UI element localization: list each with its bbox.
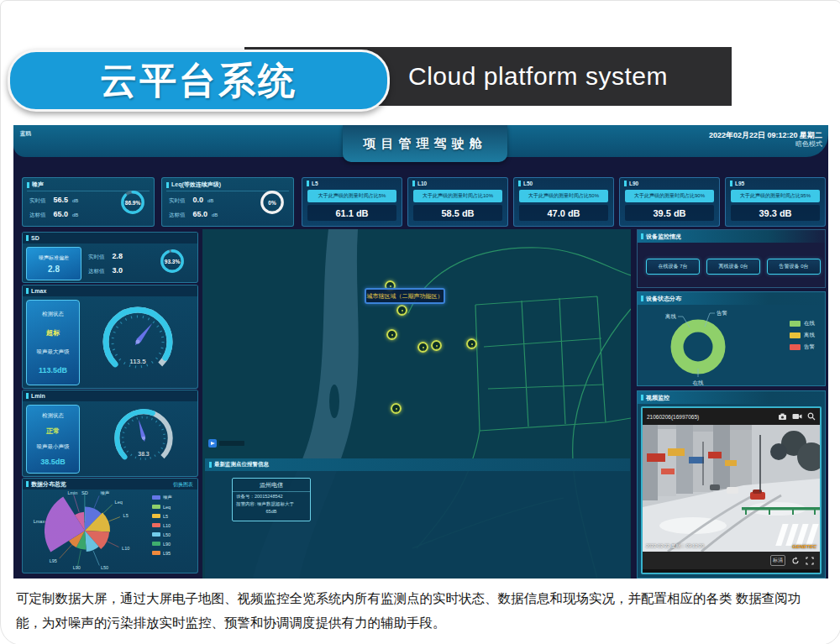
donut-label-alarm: 告警: [717, 310, 728, 317]
alarm-card: 温州电信 设备号：20015248542 报警内容: 噪声数据超标大于 65dB: [232, 478, 311, 521]
lx-value: 47.0 dB: [519, 205, 608, 221]
rose-legend: 噪声 Leq L5 L10 L50 L90 L95: [152, 493, 192, 558]
lmax-gauge-value: 113.5: [129, 358, 146, 365]
leq-progress-ring: 0%: [259, 189, 286, 216]
panel-tick-icon: [166, 182, 169, 188]
video-panel-title: 视频监控: [646, 394, 669, 402]
map-marker[interactable]: [386, 329, 397, 340]
fullscreen-icon[interactable]: [806, 557, 814, 565]
dark-mode-toggle[interactable]: 暗色模式: [709, 140, 822, 149]
noise-panel: 噪声 实时值56.5dB 达标值65.0dB 86.9%: [22, 177, 155, 227]
online-devices-button[interactable]: 在线设备 7台: [646, 259, 700, 275]
record-icon[interactable]: [792, 413, 802, 420]
video-player[interactable]: 21060206(16997065): [641, 406, 822, 574]
alarm-text: 噪声数据超标大于: [257, 501, 294, 506]
legend-swatch: [152, 514, 160, 518]
lmin-title: Lmin: [31, 393, 45, 399]
legend-item: L10: [152, 521, 192, 530]
camera-id: 21060206(16997065): [647, 414, 774, 420]
svg-text:Leq: Leq: [115, 500, 123, 505]
map-marker[interactable]: [417, 342, 428, 353]
svg-text:L5: L5: [123, 513, 129, 518]
legend-item: L95: [152, 548, 192, 558]
header-title-cn: 云平台系统: [100, 56, 297, 106]
leq-panel: Leq(等效连续声级) 实时值0.0dB 达标值65.0dB 0%: [161, 177, 294, 227]
legend-swatch: [790, 321, 801, 327]
map-marker[interactable]: [391, 403, 402, 414]
lx-desc: 大于此声级的测量时间占比50%: [519, 190, 608, 202]
distribution-title: 数据分布总览: [31, 480, 66, 489]
lx-desc: 大于此声级的测量时间占比95%: [731, 190, 820, 202]
caption: 可定制数据大屏，通过大屏电子地图、视频监控全览系统内所有监测点的实时状态、数据信…: [16, 587, 826, 635]
sd-box-value: 2.8: [48, 264, 60, 274]
quality-button[interactable]: 标清: [770, 555, 785, 566]
header-title-en: Cloud platform system: [408, 62, 668, 91]
svg-text:L95: L95: [50, 558, 57, 563]
lx-value: 58.5 dB: [413, 205, 502, 221]
legend-swatch: [152, 495, 160, 500]
donut-label-offline: 离线: [664, 313, 677, 319]
dashboard: 蓝鸥 项目管理驾驶舱 2022年02月22日 09:12:20 星期二 暗色模式…: [13, 125, 828, 579]
noise-percent: 86.9%: [119, 189, 146, 216]
dashboard-title: 项目管理驾驶舱: [364, 136, 487, 152]
l50-panel: L50 大于此声级的测量时间占比50% 47.0 dB: [513, 177, 614, 227]
lmin-value: 38.5dB: [40, 458, 66, 466]
panel-tick-icon: [518, 181, 521, 186]
rose-chart: 噪声LeqL5L10L50L90L95LmaxLminSD: [24, 490, 152, 572]
panel-tick-icon: [641, 233, 643, 239]
legend-swatch: [152, 505, 160, 509]
video-timestamp: 2022-02-22 星期二 09:12:20: [646, 543, 704, 549]
lmax-panel: Lmax 检测状态 超标 噪声最大声级 113.5dB 113.5: [22, 285, 198, 389]
sd-box-label: 噪声标准偏差: [39, 254, 69, 262]
lx-label: L95: [735, 181, 744, 186]
panel-tick-icon: [209, 462, 212, 468]
lmax-info-box: 检测状态 超标 噪声最大声级 113.5dB: [26, 300, 80, 385]
map-marker[interactable]: [396, 305, 407, 316]
noise-progress-ring: 86.9%: [119, 189, 146, 216]
svg-text:L90: L90: [73, 565, 81, 570]
map-badge-icon: [208, 439, 217, 448]
zoom-icon[interactable]: [807, 412, 816, 421]
svg-text:L50: L50: [101, 565, 108, 570]
lx-label: L5: [312, 181, 318, 186]
l95-panel: L95 大于此声级的测量时间占比95% 39.3 dB: [725, 177, 826, 227]
legend-swatch: [790, 344, 801, 350]
svg-text:噪声: 噪声: [101, 490, 111, 495]
lx-value: 39.5 dB: [625, 205, 714, 221]
datetime-text: 2022年02月22日 09:12:20 星期二: [709, 130, 822, 140]
leq-percent: 0%: [259, 189, 286, 216]
l10-panel: L10 大于此声级的测量时间占比10% 58.5 dB: [407, 177, 508, 227]
street-scene: [643, 425, 820, 552]
snapshot-icon[interactable]: [778, 413, 787, 421]
leq-panel-title: Leq(等效连续声级): [171, 181, 221, 189]
alarm-value: 65dB: [233, 507, 310, 514]
video-watermark: GENETEC: [792, 544, 816, 549]
refresh-icon[interactable]: [791, 557, 800, 565]
panel-tick-icon: [641, 296, 643, 301]
lmin-info-box: 检测状态 正常 噪声最小声级 38.5dB: [26, 405, 80, 474]
map-marker[interactable]: [466, 338, 477, 349]
alarm-devices-button[interactable]: 告警设备 0台: [767, 259, 821, 275]
lx-desc: 大于此声级的测量时间占比5%: [307, 190, 396, 202]
legend-swatch: [152, 542, 160, 546]
rt-unit: dB: [72, 198, 78, 203]
legend-item: 在线: [790, 317, 815, 329]
map-marker[interactable]: [431, 340, 442, 351]
map-tooltip: 城市辖区域（二期声功能区）: [365, 288, 445, 304]
sd-progress-ring: 93.3%: [159, 248, 186, 275]
rt-value: 56.5: [54, 196, 69, 204]
dashboard-logo: 蓝鸥: [20, 130, 31, 138]
device-panel-title: 设备监控情况: [646, 233, 681, 241]
sd-percent: 93.3%: [159, 248, 186, 275]
page: Cloud platform system 云平台系统 蓝鸥 项目管理驾驶舱 2…: [0, 0, 840, 644]
offline-devices-button[interactable]: 离线设备 0台: [706, 259, 760, 275]
legend-item: L50: [152, 530, 192, 539]
device-panel: 设备监控情况 在线设备 7台 离线设备 0台 告警设备 0台: [637, 229, 826, 288]
std-label: 达标值: [29, 212, 46, 219]
sd-panel: SD 噪声标准偏差 2.8 实时值2.8 达标值3.0 93.3%: [22, 232, 198, 283]
panel-tick-icon: [26, 481, 29, 487]
svg-text:L10: L10: [122, 546, 129, 551]
panel-tick-icon: [27, 182, 29, 188]
video-feed: 2022-02-22 星期二 09:12:20 GENETEC: [643, 425, 820, 552]
switch-chart-link[interactable]: 切换图表: [173, 481, 193, 489]
